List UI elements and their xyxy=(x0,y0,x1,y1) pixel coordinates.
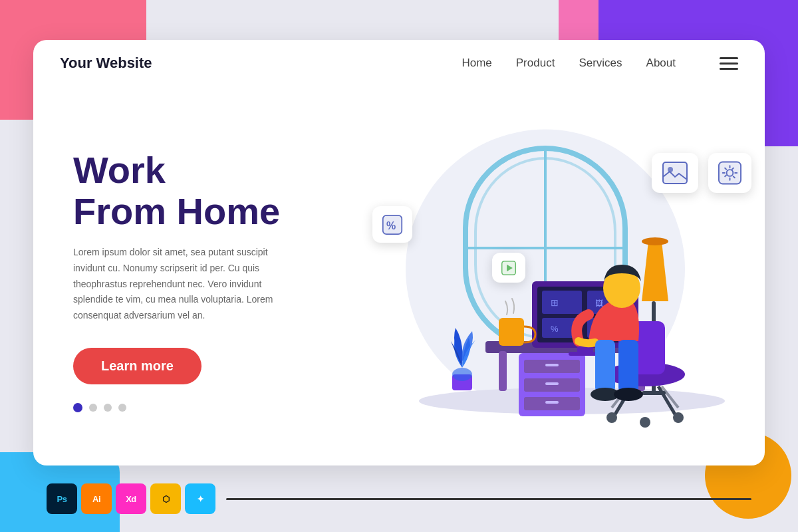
dot-2[interactable] xyxy=(89,404,97,412)
hero-title-line1: Work xyxy=(73,149,166,191)
svg-point-37 xyxy=(452,368,472,381)
nav-links: Home Product Services About xyxy=(462,57,738,70)
nav-home[interactable]: Home xyxy=(462,57,491,70)
svg-rect-53 xyxy=(618,340,638,393)
float-card-percent: % xyxy=(372,206,412,243)
svg-rect-21 xyxy=(545,382,559,385)
nav-about[interactable]: About xyxy=(646,57,676,70)
hamburger-line-2 xyxy=(720,63,738,65)
svg-text:🖼: 🖼 xyxy=(595,299,603,308)
hamburger-line-3 xyxy=(720,68,738,70)
hero-section: Work From Home Lorem ipsum dolor sit ame… xyxy=(33,86,765,462)
learn-more-button[interactable]: Learn more xyxy=(73,348,201,384)
tool-xd[interactable]: Xd xyxy=(116,483,146,514)
carousel-dots xyxy=(73,403,352,412)
svg-text:⊞: ⊞ xyxy=(551,297,559,308)
nav-services[interactable]: Services xyxy=(579,57,622,70)
float-card-gear xyxy=(708,153,751,193)
svg-rect-22 xyxy=(545,401,559,404)
svg-text:%: % xyxy=(386,220,396,231)
svg-rect-20 xyxy=(545,364,559,366)
svg-rect-35 xyxy=(499,318,524,346)
bottom-line xyxy=(226,498,751,500)
logo: Your Website xyxy=(60,55,152,72)
svg-rect-0 xyxy=(663,162,687,184)
hamburger-menu[interactable] xyxy=(720,57,738,70)
svg-rect-25 xyxy=(542,291,582,314)
nav-product[interactable]: Product xyxy=(516,57,555,70)
bottom-bar: Ps Ai Xd ⬡ ✦ xyxy=(33,466,765,532)
dot-1[interactable] xyxy=(73,403,82,412)
hero-right: % xyxy=(352,100,738,449)
tool-sketch[interactable]: ⬡ xyxy=(150,483,181,514)
navbar: Your Website Home Product Services About xyxy=(33,40,765,86)
tool-sk-label: ⬡ xyxy=(162,494,170,504)
svg-marker-40 xyxy=(642,241,668,301)
tool-illustrator[interactable]: Ai xyxy=(81,483,112,514)
float-card-image xyxy=(652,153,698,193)
tool-ps-label: Ps xyxy=(57,494,67,504)
svg-point-55 xyxy=(614,388,643,401)
svg-point-48 xyxy=(606,412,617,423)
hero-left: Work From Home Lorem ipsum dolor sit ame… xyxy=(73,100,352,449)
svg-rect-14 xyxy=(499,351,507,391)
tool-figma[interactable]: ✦ xyxy=(185,483,215,514)
hero-title-line2: From Home xyxy=(73,190,280,232)
main-card: Your Website Home Product Services About… xyxy=(33,40,765,466)
tool-photoshop[interactable]: Ps xyxy=(47,483,77,514)
svg-point-49 xyxy=(673,412,684,423)
float-card-play xyxy=(492,253,525,283)
tool-xd-label: Xd xyxy=(126,494,136,504)
dot-3[interactable] xyxy=(104,404,112,412)
svg-point-50 xyxy=(640,417,650,428)
svg-text:%: % xyxy=(551,324,559,334)
hamburger-line-1 xyxy=(720,57,738,59)
hero-title: Work From Home xyxy=(73,150,352,231)
tool-ai-label: Ai xyxy=(92,494,100,504)
tool-fg-label: ✦ xyxy=(197,494,204,504)
svg-rect-52 xyxy=(595,340,615,393)
hero-description: Lorem ipsum dolor sit amet, sea putant s… xyxy=(73,245,299,324)
svg-point-41 xyxy=(642,237,668,245)
dot-4[interactable] xyxy=(118,404,126,412)
